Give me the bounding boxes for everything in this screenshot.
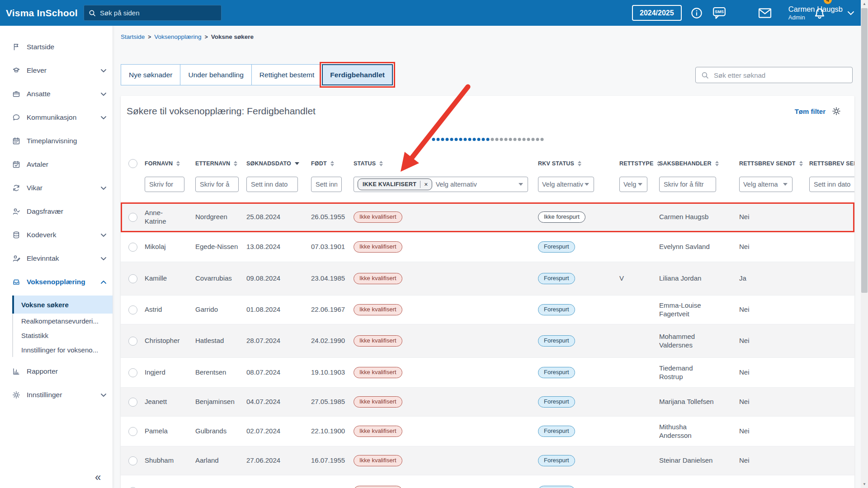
- column-header-rettsbrev-sendt[interactable]: RETTSBREV SENDT: [739, 160, 809, 167]
- sort-icon[interactable]: [176, 161, 180, 166]
- column-header-rkv-status[interactable]: RKV STATUS: [538, 160, 619, 167]
- row-checkbox[interactable]: [128, 274, 137, 283]
- sort-desc-icon[interactable]: [295, 162, 299, 165]
- sidebar-item-kommunikasjon[interactable]: Kommunikasjon: [0, 106, 113, 129]
- table-row[interactable]: PamelaGulbrands02.07.202422.10.1900Ikke …: [121, 417, 854, 446]
- sidebar-subitem-realkompetansevurderi[interactable]: Realkompetansevurderi...: [13, 314, 113, 328]
- table-row[interactable]: IsabellaHolmefjord03.06.202414.03.1953Ik…: [121, 475, 854, 488]
- sidebar-item-timeplanvisning[interactable]: Timeplanvisning: [0, 129, 113, 153]
- row-checkbox[interactable]: [128, 213, 137, 222]
- filter-input-rettsbrev-sendt-dato[interactable]: [809, 177, 854, 192]
- filter-select-rkv-status[interactable]: Velg alternativ: [538, 177, 594, 192]
- row-checkbox[interactable]: [128, 398, 137, 407]
- scroll-up-arrow[interactable]: ▲: [861, 0, 868, 8]
- filter-input-etternavn[interactable]: [195, 177, 239, 192]
- sort-icon[interactable]: [799, 161, 803, 166]
- column-header-saksbehandler[interactable]: SAKSBEHANDLER: [659, 160, 739, 167]
- filter-input-fodt[interactable]: [311, 177, 342, 192]
- cell-fodt: 22.10.1900: [311, 417, 354, 446]
- column-header-status[interactable]: STATUS: [354, 160, 538, 167]
- tab-rettighet-bestemt[interactable]: Rettighet bestemt: [251, 64, 322, 85]
- sidebar-subitem-statistikk[interactable]: Statistikk: [13, 328, 113, 343]
- filter-select-status[interactable]: IKKE KVALIFISERT×Velg alternativ: [354, 177, 528, 192]
- filter-select-rettstype[interactable]: Velg: [619, 177, 647, 192]
- info-icon[interactable]: [689, 0, 704, 26]
- chip-remove-icon[interactable]: ×: [420, 181, 431, 188]
- school-year-button[interactable]: 2024/2025: [632, 5, 682, 21]
- row-checkbox[interactable]: [128, 368, 137, 377]
- gear-icon[interactable]: [832, 107, 841, 116]
- sidebar-item-rapporter[interactable]: Rapporter: [0, 360, 113, 383]
- mail-icon[interactable]: [757, 0, 773, 26]
- sidebar-item-voksenoppl-ring[interactable]: Voksenopplæring: [0, 270, 113, 294]
- breadcrumb-voksenoppl-ring[interactable]: Voksenopplæring: [154, 33, 201, 40]
- sidebar-item-ansatte[interactable]: Ansatte: [0, 82, 113, 106]
- table-row[interactable]: IngjerdBerentsen08.07.202419.10.1903Ikke…: [121, 358, 854, 388]
- cell-rettsbrev-sendt: Nei: [739, 232, 809, 262]
- row-checkbox[interactable]: [128, 427, 137, 436]
- status-badge: Ikke kvalifisert: [354, 455, 402, 466]
- tab-ferdigbehandlet[interactable]: Ferdigbehandlet: [322, 64, 393, 85]
- row-checkbox[interactable]: [128, 337, 137, 346]
- table-row[interactable]: AstridGarrido01.08.202422.06.1967Ikke kv…: [121, 296, 854, 324]
- row-checkbox[interactable]: [128, 305, 137, 314]
- sort-icon[interactable]: [330, 161, 334, 166]
- sidebar-subitem-voksne-s-kere[interactable]: Voksne søkere: [12, 296, 113, 314]
- sort-icon[interactable]: [379, 161, 383, 166]
- column-header-soknadsdato[interactable]: SØKNADSDATO: [246, 160, 311, 167]
- cell-soknadsdato: 27.06.2024: [246, 446, 311, 475]
- breadcrumb-startside[interactable]: Startside: [121, 33, 145, 40]
- sidebar-item-kodeverk[interactable]: Kodeverk: [0, 223, 113, 247]
- sidebar-collapse-button[interactable]: «: [95, 472, 101, 483]
- sidebar-item-innstillinger[interactable]: Innstillinger: [0, 383, 113, 407]
- table-row[interactable]: KamilleCovarrubias09.08.202423.04.1985Ik…: [121, 262, 854, 296]
- column-header-etternavn[interactable]: ETTERNAVN: [195, 160, 246, 167]
- sms-icon[interactable]: SMS: [711, 0, 727, 26]
- row-checkbox[interactable]: [128, 456, 137, 465]
- filter-input-soknadsdato[interactable]: [246, 177, 298, 192]
- sort-icon[interactable]: [578, 161, 581, 166]
- sidebar-subitem-innstillinger-for-vokseno[interactable]: Innstillinger for vokseno...: [13, 343, 113, 357]
- table-row[interactable]: JeanettBenjaminsen04.07.202427.05.1985Ik…: [121, 388, 854, 417]
- filter-input-fornavn[interactable]: [145, 177, 184, 192]
- column-label: STATUS: [354, 160, 376, 167]
- sidebar-item-elever[interactable]: Elever: [0, 59, 113, 82]
- cell-rettsbrev-sendt: Nei: [739, 446, 809, 475]
- global-search-input[interactable]: [100, 9, 208, 17]
- filter-select-rettsbrev-sendt[interactable]: Velg alterna: [739, 177, 793, 192]
- column-header-rettstype[interactable]: RETTSTYPE: [619, 160, 659, 167]
- column-header-fodt[interactable]: FØDT: [311, 160, 354, 167]
- row-checkbox[interactable]: [128, 243, 137, 252]
- tab-under-behandling[interactable]: Under behandling: [180, 64, 251, 85]
- application-search[interactable]: [695, 67, 853, 83]
- cell-rettstype: V: [619, 262, 659, 295]
- table-row[interactable]: Anne- KatrineNordgreen25.08.202426.05.19…: [121, 202, 854, 232]
- sort-icon[interactable]: [715, 161, 719, 166]
- sidebar-item-elevinntak[interactable]: Elevinntak: [0, 247, 113, 270]
- sidebar-item-vikar[interactable]: Vikar: [0, 176, 113, 200]
- sidebar-item-dagsfrav-r[interactable]: Dagsfravær: [0, 200, 113, 223]
- sidebar-item-avtaler[interactable]: Avtaler: [0, 153, 113, 176]
- global-search[interactable]: [84, 5, 222, 21]
- cell-etternavn: Gulbrands: [195, 417, 246, 446]
- application-search-input[interactable]: [714, 71, 840, 79]
- table-row[interactable]: MikolajEgede-Nissen13.08.202407.03.1901I…: [121, 232, 854, 262]
- scrollbar-thumb[interactable]: [861, 8, 868, 293]
- chat-icon: [12, 113, 20, 122]
- cell-fodt: 14.03.1953: [311, 475, 354, 488]
- clear-filter-link[interactable]: Tøm filter: [795, 108, 826, 115]
- sidebar-item-startside[interactable]: Startside: [0, 35, 113, 59]
- scroll-down-arrow[interactable]: ▼: [861, 480, 868, 488]
- sort-icon[interactable]: [234, 161, 237, 166]
- user-menu[interactable]: Carmen Haugsb Admin: [788, 0, 854, 26]
- filter-input-saksbehandler[interactable]: [659, 177, 716, 192]
- page-scrollbar[interactable]: ▲ ▼: [861, 0, 868, 488]
- select-all-checkbox[interactable]: [128, 159, 137, 168]
- filter-chip-ikke-kvalifisert[interactable]: IKKE KVALIFISERT×: [358, 178, 432, 190]
- table-row[interactable]: ShubhamAarland27.06.202416.07.1955Ikke k…: [121, 446, 854, 475]
- column-header-fornavn[interactable]: FORNAVN: [145, 160, 195, 167]
- tab-nye-s-knader[interactable]: Nye søknader: [121, 64, 180, 85]
- table-row[interactable]: ChristopherHatlestad28.07.202424.02.1990…: [121, 324, 854, 358]
- rkv-status-badge: Forespurt: [538, 241, 575, 253]
- cell-rkv-status: Forespurt: [538, 417, 619, 446]
